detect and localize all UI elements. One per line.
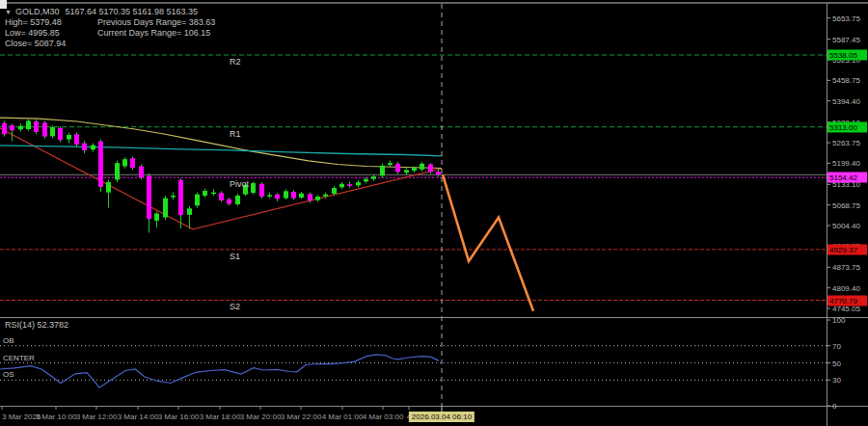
candle-body-up	[284, 191, 288, 198]
candle-body-down	[436, 172, 441, 174]
pivot-level-label-Pivot: Pivot	[230, 179, 249, 189]
chart-info-overlay: ▼ GOLD,M30 5167.64 5170.35 5161.98 5163.…	[5, 7, 215, 49]
price-tick-label: 5587.45	[832, 35, 860, 43]
symbol-period-label: GOLD,M30	[15, 7, 60, 17]
candle-body-down	[98, 142, 103, 187]
candle-body-up	[364, 179, 368, 182]
forecast-zigzag	[443, 174, 533, 311]
candle-body-down	[74, 134, 79, 145]
quote-line: ▼ GOLD,M30 5167.64 5170.35 5161.98 5163.…	[5, 7, 215, 17]
candle-body-down	[82, 144, 87, 150]
rsi-zone-label-center: CENTER	[3, 354, 35, 362]
price-badge-S1: 4929.37	[827, 244, 867, 254]
time-label: 3 Mar 16:00	[158, 413, 200, 421]
candle-body-down	[259, 184, 264, 197]
candle-body-down	[58, 128, 63, 141]
time-label: 3 Mar 12:00	[76, 413, 118, 421]
candle-body-up	[203, 191, 207, 196]
time-label: 3 Mar 18:00	[200, 413, 241, 421]
candle-body-up	[122, 159, 127, 166]
price-badge-S2: 4770.79	[827, 295, 867, 306]
candle-body-up	[339, 184, 344, 188]
rsi-indicator-title: RSI(14) 52.3782	[5, 320, 68, 330]
candle-body-down	[2, 123, 7, 135]
candle-body-down	[10, 125, 14, 130]
ohlc-quote: 5167.64 5170.35 5161.98 5163.35	[65, 7, 198, 17]
pivot-level-label-S2: S2	[230, 302, 240, 311]
price-badge-Pivot: 5154.42	[827, 173, 867, 183]
candle-body-down	[275, 195, 280, 200]
price-tick-label: 5458.75	[832, 76, 860, 85]
rsi-line	[0, 355, 439, 388]
rsi-scale-label: 100	[832, 316, 845, 325]
curr-range-label: Current Days Range= 106.15	[97, 28, 210, 39]
price-chart-canvas[interactable]	[0, 0, 868, 426]
rsi-zone-label-ob: OB	[3, 336, 14, 345]
candle-body-up	[50, 127, 55, 136]
candle-body-up	[420, 164, 424, 170]
candle-body-up	[388, 163, 393, 165]
ma-cyan-line	[0, 146, 442, 156]
candle-body-down	[147, 175, 151, 219]
candle-body-down	[219, 193, 224, 200]
price-tick-label: 4873.75	[832, 263, 860, 272]
price-badge-R1: 5313.00	[827, 121, 867, 132]
pivot-level-label-S1: S1	[230, 252, 240, 261]
candle-body-down	[308, 194, 312, 200]
time-label: 3 Mar 14:00	[118, 413, 159, 421]
prev-range-label: Previous Days Range= 383.63	[97, 17, 215, 28]
candle-body-down	[227, 200, 231, 204]
ma-yellow-line	[0, 118, 442, 168]
candle-body-up	[18, 126, 23, 130]
rsi-zone-label-os: OS	[3, 370, 14, 379]
candle-body-down	[34, 121, 39, 132]
candle-body-up	[195, 195, 200, 206]
time-label: 4 Mar 03:00	[363, 413, 404, 421]
candle-body-down	[42, 122, 47, 136]
price-badge-R2: 5538.05	[827, 50, 867, 61]
candle-body-up	[187, 208, 192, 215]
candle-body-down	[347, 184, 352, 186]
rsi-scale-label: 30	[832, 376, 841, 385]
candle-body-down	[395, 164, 400, 173]
candle-body-up	[380, 166, 385, 176]
price-tick-label: 5068.75	[832, 200, 860, 209]
candle-body-up	[163, 199, 168, 218]
candle-body-up	[299, 194, 304, 198]
window-corner-decoration	[0, 0, 7, 9]
candle-body-up	[106, 182, 111, 193]
price-tick-label: 5263.75	[832, 139, 860, 147]
rsi-scale-label: 70	[832, 341, 841, 350]
time-label: 3 Mar 10:00	[36, 413, 77, 421]
candle-body-down	[178, 180, 183, 215]
pivot-level-label-R1: R1	[230, 129, 241, 139]
candle-body-up	[251, 183, 256, 193]
day-high-label: High= 5379.48	[5, 17, 97, 28]
candle-body-down	[291, 192, 296, 199]
rsi-scale-label: 50	[832, 359, 841, 367]
candle-body-up	[332, 188, 337, 194]
candle-body-up	[171, 196, 176, 198]
candle-body-down	[428, 164, 433, 172]
trading-chart-window: ▼ GOLD,M30 5167.64 5170.35 5161.98 5163.…	[0, 0, 868, 426]
price-tick-label: 4809.40	[832, 283, 860, 292]
candle-body-up	[26, 120, 31, 129]
time-label: 3 Mar 20:00	[240, 413, 282, 421]
pivot-level-label-R2: R2	[230, 57, 241, 67]
candle-body-up	[91, 146, 95, 150]
price-tick-label: 5199.40	[832, 159, 860, 168]
price-tick-label: 5004.40	[832, 222, 860, 230]
candle-body-up	[371, 176, 376, 179]
candle-body-up	[356, 182, 361, 185]
rsi-scale-label: 0	[832, 402, 836, 411]
price-tick-label: 5653.75	[832, 13, 860, 22]
candle-body-up	[211, 193, 216, 195]
candle-body-up	[412, 168, 417, 171]
candle-body-up	[404, 170, 409, 173]
candle-body-down	[139, 166, 144, 177]
candle-body-down	[130, 158, 135, 168]
candle-body-up	[323, 195, 328, 197]
candle-body-up	[154, 214, 159, 221]
candle-body-up	[267, 195, 272, 197]
current-time-badge: 2026.03.04 06:10	[409, 412, 475, 422]
